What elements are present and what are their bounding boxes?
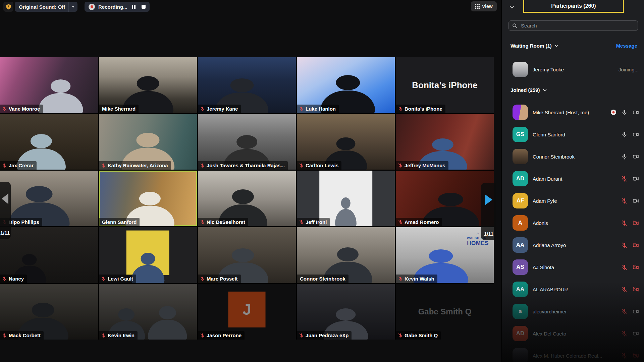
view-button[interactable]: View — [471, 1, 497, 11]
chevron-down-icon — [543, 88, 547, 92]
participant-status-icons — [621, 220, 639, 226]
original-sound-button[interactable]: Original Sound: Off — [15, 2, 77, 12]
mic-toggle[interactable] — [621, 264, 628, 270]
video-tile[interactable]: Josh Tavares & Tharmila Rajas... — [198, 114, 296, 170]
participant-status-icons — [621, 264, 639, 270]
camera-toggle[interactable] — [633, 131, 639, 138]
zoom-meeting-window: Original Sound: Off Recording... View — [0, 0, 644, 362]
stop-recording-button[interactable] — [142, 5, 146, 9]
video-tile[interactable]: Nancy — [0, 227, 98, 283]
mic-toggle[interactable] — [621, 353, 628, 359]
mic-off-icon — [621, 308, 628, 315]
participant-row[interactable]: Connor Steinbrook — [513, 149, 639, 164]
video-tile[interactable]: Juan Pedraza eXp — [297, 284, 395, 340]
caret-down-icon — [72, 6, 74, 8]
participant-name: Adonis — [533, 220, 618, 226]
camera-toggle[interactable] — [633, 264, 639, 270]
participant-name: Amad Romero — [405, 219, 439, 225]
video-tile[interactable]: Jeremy Kane — [198, 57, 296, 113]
security-shield-button[interactable] — [3, 2, 13, 12]
video-tile[interactable]: Luke Hanlon — [297, 57, 395, 113]
mic-toggle[interactable] — [621, 198, 628, 204]
avatar: AA — [513, 282, 528, 297]
camera-toggle[interactable] — [633, 308, 639, 315]
participant-row[interactable]: AAdonis — [513, 215, 639, 231]
mic-toggle[interactable] — [621, 286, 628, 293]
next-page-button[interactable]: 1/11 — [481, 183, 496, 240]
camera-toggle[interactable] — [633, 353, 639, 359]
participant-row[interactable]: ASAJ Sihota — [513, 259, 639, 275]
prev-page-button[interactable]: 1/11 — [0, 182, 11, 239]
video-tile[interactable]: Kevin Irwin — [99, 284, 197, 340]
mic-toggle[interactable] — [621, 330, 628, 337]
original-sound-menu[interactable] — [69, 2, 77, 12]
camera-toggle[interactable] — [633, 242, 639, 248]
mic-toggle[interactable] — [621, 109, 628, 116]
video-tile[interactable]: Vane Monroe — [0, 57, 98, 113]
video-tile[interactable]: Mack Corbett — [0, 284, 98, 340]
video-tile[interactable]: Jeffrey McManus — [396, 114, 494, 170]
participant-status-icons — [621, 131, 639, 138]
avatar: AA — [513, 237, 528, 253]
mic-toggle[interactable] — [621, 131, 628, 138]
camera-toggle[interactable] — [633, 176, 639, 182]
camera-toggle[interactable] — [633, 154, 639, 160]
video-tile[interactable]: Mike Sherrard — [99, 57, 197, 113]
participant-row[interactable]: ADAdam Durant — [513, 171, 639, 186]
participant-row[interactable]: Mike Sherrard (Host, me) — [513, 105, 639, 120]
waiting-participant-row[interactable]: Jeremy Tooke Joining... — [513, 62, 639, 77]
search-bar[interactable] — [508, 20, 638, 31]
participant-name: Mack Corbett — [9, 333, 41, 338]
participant-name-label: Josh Tavares & Tharmila Rajas... — [198, 161, 288, 170]
participant-row[interactable]: AFAdam Fyfe — [513, 193, 639, 208]
video-tile[interactable]: Gabe Smith Q Gabe Smith Q — [396, 284, 494, 340]
video-tile[interactable]: Lewi Gault — [99, 227, 197, 283]
pause-recording-button[interactable] — [132, 5, 136, 9]
mic-off-icon — [398, 276, 403, 281]
video-tile[interactable]: Dipo Phillips — [0, 171, 98, 226]
participant-row[interactable]: AAAdriana Arroyo — [513, 237, 639, 253]
mic-off-icon — [621, 330, 628, 337]
prev-arrow-icon — [2, 193, 8, 204]
video-tile[interactable]: Jax Crerar — [0, 114, 98, 170]
video-tile[interactable]: Kathy Rainwater, Arizona — [99, 114, 197, 170]
video-tile[interactable]: ⌂ WALSH FINEHOMES Kevin Walsh — [396, 227, 494, 283]
video-tile[interactable]: Bonita’s iPhone Bonita’s iPhone — [396, 57, 494, 113]
participant-row[interactable]: GSGlenn Sanford — [513, 127, 639, 142]
camera-toggle[interactable] — [633, 330, 639, 337]
participant-row[interactable]: AAAL ARABPOUR — [513, 282, 639, 297]
participant-name-label: Kevin Walsh — [396, 275, 437, 283]
video-tile[interactable]: Marc Posselt — [198, 227, 296, 283]
mic-toggle[interactable] — [621, 242, 628, 248]
video-tile[interactable]: Jeff Ironi — [297, 171, 395, 226]
participant-row[interactable]: ADAlex Del Cueto — [513, 326, 639, 341]
collapse-panel-button[interactable] — [508, 3, 516, 11]
participants-title-highlight: Participants (260) — [523, 0, 624, 13]
participant-name: Jax Crerar — [9, 163, 34, 168]
mic-toggle[interactable] — [621, 220, 628, 226]
camera-on-icon — [633, 131, 639, 138]
search-input[interactable] — [520, 22, 634, 29]
camera-toggle[interactable] — [633, 286, 639, 293]
video-tile[interactable]: Connor Steinbrook — [297, 227, 395, 283]
mic-toggle[interactable] — [621, 154, 628, 160]
message-link[interactable]: Message — [616, 43, 637, 49]
participant-row[interactable]: aalecvorcheimer — [513, 304, 639, 319]
waiting-room-header[interactable]: Waiting Room (1) — [511, 43, 559, 49]
camera-toggle[interactable] — [633, 198, 639, 204]
participant-name-label: Luke Hanlon — [297, 105, 339, 113]
video-tile[interactable]: Amad Romero — [396, 171, 494, 226]
participant-name: Lewi Gault — [108, 276, 133, 282]
participant-row[interactable]: Alex M. Huber Colorado Real... — [513, 348, 639, 362]
video-tile[interactable]: Nic DeSeelhorst — [198, 171, 296, 226]
joined-header[interactable]: Joined (259) — [511, 87, 547, 93]
video-tile[interactable]: J Jason Perrone — [198, 284, 296, 340]
mic-toggle[interactable] — [621, 176, 628, 182]
chevron-down-icon — [554, 44, 559, 48]
video-tile[interactable]: Glenn Sanford — [99, 171, 197, 226]
participant-name-label: Mike Sherrard — [99, 105, 139, 113]
camera-toggle[interactable] — [633, 109, 639, 116]
mic-toggle[interactable] — [621, 308, 628, 315]
camera-toggle[interactable] — [633, 220, 639, 226]
video-tile[interactable]: Carlton Lewis — [297, 114, 395, 170]
